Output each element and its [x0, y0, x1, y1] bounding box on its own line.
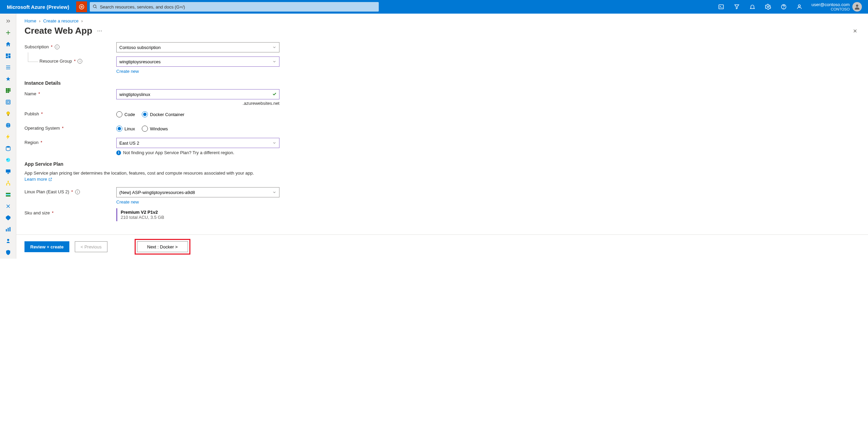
- advisor-icon[interactable]: [1, 236, 16, 246]
- info-icon[interactable]: i: [78, 59, 82, 64]
- azure-ad-icon[interactable]: [1, 212, 16, 223]
- feedback-icon[interactable]: [793, 0, 806, 14]
- app-services-icon[interactable]: [1, 120, 16, 131]
- svg-line-3: [96, 7, 97, 8]
- svg-point-40: [7, 239, 9, 241]
- storage-accounts-icon[interactable]: [1, 189, 16, 200]
- virtual-networks-icon[interactable]: [1, 201, 16, 212]
- dashboard-icon[interactable]: [1, 50, 16, 61]
- search-input[interactable]: [90, 2, 379, 12]
- all-services-icon[interactable]: [1, 62, 16, 73]
- svg-rect-21: [7, 92, 9, 93]
- virtual-machines-icon[interactable]: [1, 166, 16, 177]
- resource-group-label: Resource Group * i: [39, 56, 116, 64]
- resource-group-select[interactable]: wingtiptoysresources: [116, 56, 279, 67]
- next-docker-button[interactable]: Next : Docker >: [137, 241, 188, 252]
- all-resources-icon[interactable]: [1, 85, 16, 96]
- svg-rect-37: [6, 229, 7, 231]
- svg-rect-35: [6, 194, 11, 195]
- sql-databases-icon[interactable]: [1, 143, 16, 154]
- help-icon[interactable]: [777, 0, 790, 14]
- highlighted-next-step: Next : Docker >: [135, 239, 190, 255]
- publish-docker-radio[interactable]: Docker Container: [142, 111, 184, 117]
- tree-connector-icon: [28, 52, 38, 62]
- region-select[interactable]: East US 2: [116, 138, 279, 148]
- chevron-down-icon: [272, 141, 276, 145]
- svg-rect-10: [6, 53, 8, 56]
- account-menu[interactable]: user@contoso.com CONTOSO: [808, 2, 865, 12]
- cloud-shell-icon[interactable]: [714, 0, 728, 14]
- brand-label: Microsoft Azure (Preview): [3, 4, 73, 10]
- info-icon[interactable]: i: [75, 190, 80, 194]
- function-app-icon[interactable]: [1, 131, 16, 142]
- notifications-icon[interactable]: [746, 0, 759, 14]
- name-input[interactable]: [116, 89, 279, 99]
- svg-rect-15: [7, 88, 9, 90]
- breadcrumb: Home › Create a resource ›: [16, 14, 868, 26]
- preview-badge-icon[interactable]: [76, 1, 87, 12]
- subscription-label: Subscription * i: [24, 42, 116, 49]
- breadcrumb-home[interactable]: Home: [24, 18, 36, 23]
- svg-point-27: [6, 146, 10, 148]
- expand-menu-icon[interactable]: [1, 16, 16, 27]
- cosmos-db-icon[interactable]: [1, 155, 16, 165]
- search-icon: [92, 4, 97, 9]
- svg-rect-31: [7, 181, 8, 182]
- svg-rect-19: [9, 90, 10, 92]
- account-email: user@contoso.com: [812, 2, 850, 7]
- create-new-rg-link[interactable]: Create new: [116, 69, 139, 74]
- settings-icon[interactable]: [761, 0, 775, 14]
- more-actions-icon[interactable]: ···: [97, 27, 102, 34]
- svg-point-9: [856, 4, 858, 7]
- radio-on-icon: [116, 126, 122, 132]
- svg-point-7: [783, 8, 784, 8]
- chevron-right-icon: ›: [81, 18, 83, 23]
- svg-rect-11: [8, 53, 10, 55]
- instance-details-heading: Instance Details: [24, 80, 860, 86]
- load-balancers-icon[interactable]: [1, 178, 16, 189]
- publish-label: Publish *: [24, 109, 116, 116]
- sku-display: Premium V2 P1v2 210 total ACU, 3.5 GB: [116, 208, 279, 221]
- svg-rect-33: [9, 184, 10, 185]
- domain-suffix: .azurewebsites.net: [116, 101, 279, 106]
- svg-rect-23: [7, 101, 9, 103]
- quickstart-icon[interactable]: [1, 108, 16, 119]
- previous-button: < Previous: [75, 241, 107, 252]
- os-linux-radio[interactable]: Linux: [116, 126, 135, 132]
- svg-rect-30: [6, 169, 11, 173]
- breadcrumb-create-resource[interactable]: Create a resource: [43, 18, 79, 23]
- directory-filter-icon[interactable]: [730, 0, 744, 14]
- info-icon[interactable]: i: [55, 45, 59, 49]
- svg-point-24: [6, 112, 10, 115]
- sku-spec: 210 total ACU, 3.5 GB: [121, 215, 276, 220]
- learn-more-link[interactable]: Learn more: [24, 176, 52, 182]
- svg-rect-18: [7, 90, 9, 92]
- form-body: Subscription * i Contoso subscription Re…: [16, 42, 868, 234]
- close-blade-button[interactable]: [850, 26, 860, 36]
- svg-point-1: [81, 6, 82, 8]
- create-resource-icon[interactable]: [1, 27, 16, 38]
- publish-code-radio[interactable]: Code: [116, 111, 135, 117]
- top-bar: Microsoft Azure (Preview) user@contoso.c…: [0, 0, 868, 14]
- security-center-icon[interactable]: [1, 247, 16, 258]
- create-new-plan-link[interactable]: Create new: [116, 199, 139, 205]
- monitor-icon[interactable]: [1, 224, 16, 235]
- favorites-icon[interactable]: [1, 74, 16, 84]
- title-row: Create Web App ···: [16, 26, 868, 42]
- svg-rect-32: [6, 184, 7, 185]
- home-icon[interactable]: [1, 39, 16, 50]
- os-windows-radio[interactable]: Windows: [142, 126, 168, 132]
- review-create-button[interactable]: Review + create: [24, 241, 69, 252]
- svg-rect-22: [6, 100, 10, 104]
- resource-groups-icon[interactable]: [1, 97, 16, 108]
- plan-description: App Service plan pricing tier determines…: [24, 170, 283, 182]
- svg-rect-14: [6, 88, 7, 90]
- subscription-select[interactable]: Contoso subscription: [116, 42, 279, 52]
- svg-point-28: [6, 158, 10, 162]
- left-nav-rail: [0, 14, 16, 259]
- region-hint: i Not finding your App Service Plan? Try…: [116, 150, 279, 155]
- svg-rect-34: [6, 193, 11, 194]
- svg-rect-12: [8, 55, 10, 58]
- linux-plan-select[interactable]: (New) ASP-wingtiptoysresources-a9d8: [116, 187, 279, 197]
- sku-tier: Premium V2 P1v2: [121, 210, 276, 215]
